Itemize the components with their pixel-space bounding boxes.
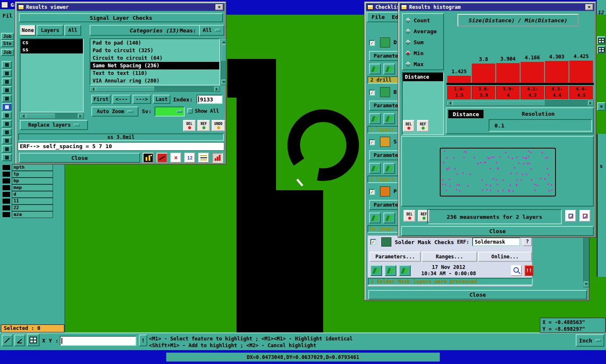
measure-item-distance[interactable]: Distance xyxy=(403,73,443,81)
soldermask-ranges-button[interactable]: Ranges... xyxy=(422,252,477,262)
stat-option-count[interactable]: Count xyxy=(404,15,443,26)
run-check-button[interactable] xyxy=(385,265,396,276)
scroll-right-button[interactable] xyxy=(214,87,220,91)
scrollbar-track[interactable] xyxy=(154,87,214,91)
layer-row[interactable]: aza xyxy=(2,211,53,218)
checklist-close-button[interactable]: Close xyxy=(368,290,587,300)
item-checkbox[interactable]: ✓ xyxy=(369,189,375,195)
results-layer-item[interactable]: ss xyxy=(21,46,83,53)
scroll-left-button[interactable] xyxy=(20,114,26,118)
select-mode-button[interactable] xyxy=(2,335,13,346)
pcb-shape[interactable] xyxy=(276,190,323,332)
chart-scrollbar[interactable] xyxy=(447,100,594,106)
index-icon-button[interactable]: 12 xyxy=(184,153,195,163)
next-button[interactable]: ---> xyxy=(133,95,151,104)
toolbar-button[interactable] xyxy=(2,128,12,136)
delete-button[interactable]: DEL xyxy=(183,120,196,131)
soldermask-parameters-button[interactable]: Parameters... xyxy=(369,252,421,262)
first-button[interactable]: First xyxy=(91,95,111,104)
scrollbar-thumb[interactable] xyxy=(96,87,154,91)
run-check-button[interactable] xyxy=(383,64,395,74)
scrollbar-thumb[interactable] xyxy=(221,44,226,61)
toolbar-button[interactable] xyxy=(2,78,12,85)
scrollbar-track[interactable] xyxy=(221,61,226,80)
scroll-right-button[interactable] xyxy=(588,101,593,106)
delete-results-button[interactable]: DEL xyxy=(404,210,415,222)
run-check-button[interactable] xyxy=(369,113,381,124)
run-check-button[interactable] xyxy=(370,265,382,276)
toolbar-button[interactable] xyxy=(2,103,12,111)
meas-dropdown[interactable]: All xyxy=(199,25,224,36)
histogram-titlebar[interactable]: Results histogram × xyxy=(400,3,594,11)
item-checkbox[interactable]: ✓ xyxy=(369,90,375,96)
toolbar-button[interactable] xyxy=(2,112,12,119)
measure-mode-button[interactable] xyxy=(14,335,25,346)
netlist-icon-button[interactable] xyxy=(157,153,167,163)
scroll-left-button[interactable] xyxy=(90,87,96,91)
toolbar-button[interactable] xyxy=(2,86,12,94)
menu-file[interactable]: File xyxy=(372,14,385,20)
run-check-button[interactable] xyxy=(399,265,411,276)
index-input[interactable]: 9133 xyxy=(197,95,223,104)
zoom-results-button[interactable] xyxy=(511,265,522,276)
category-item[interactable]: Circuit to circuit (64) xyxy=(90,54,219,62)
help-button[interactable]: ? xyxy=(523,237,532,246)
alert-button[interactable]: !! xyxy=(524,265,534,276)
layer-row[interactable]: d xyxy=(2,191,53,198)
close-icon[interactable]: × xyxy=(215,4,223,10)
alert-button[interactable]: ! xyxy=(139,335,147,346)
scroll-down-button[interactable] xyxy=(221,80,226,85)
stat-option-average[interactable]: Average xyxy=(404,26,443,37)
categories-hscrollbar[interactable] xyxy=(90,86,220,92)
run-check-button[interactable] xyxy=(369,213,381,223)
toolbar-button[interactable] xyxy=(2,145,12,153)
erf-input[interactable]: Soldermask xyxy=(472,237,520,246)
soldermask-checkbox[interactable]: ✓ xyxy=(370,239,376,245)
scrollbar-track[interactable] xyxy=(55,114,78,118)
layer-row[interactable]: npth xyxy=(2,164,53,171)
resolution-value-box[interactable]: 0.1 xyxy=(489,119,592,132)
grid-toggle-button[interactable] xyxy=(27,334,40,346)
map-report-icon-button[interactable] xyxy=(143,153,154,163)
right-grid-button-2[interactable] xyxy=(597,45,606,54)
undo-button[interactable]: UNDO xyxy=(212,120,225,131)
stat-option-max[interactable]: Max xyxy=(404,58,443,69)
run-check-button[interactable] xyxy=(383,163,395,174)
scrollbar-thumb[interactable] xyxy=(26,114,55,118)
sidebar-button-ste[interactable]: Ste xyxy=(1,40,14,47)
layer-row[interactable]: map xyxy=(2,184,53,191)
show-all-checkbox[interactable] xyxy=(187,108,193,114)
scroll-left-button[interactable] xyxy=(447,101,452,106)
sidebar-button-job[interactable]: Job xyxy=(1,33,14,40)
prev-button[interactable]: <--- xyxy=(112,95,131,104)
run-check-button[interactable] xyxy=(383,113,395,124)
severity-color-dropdown[interactable] xyxy=(154,106,185,117)
zoom-selected-button[interactable] xyxy=(565,210,576,222)
scroll-up-button[interactable] xyxy=(221,39,226,44)
close-icon[interactable]: × xyxy=(585,4,593,10)
results-layer-list[interactable]: csss xyxy=(20,38,84,112)
scroll-down-button[interactable] xyxy=(584,282,589,287)
toolbar-button[interactable] xyxy=(2,137,12,144)
sidebar-button-job[interactable]: Job xyxy=(1,49,14,56)
file-menu-fragment[interactable]: Fil xyxy=(3,13,12,19)
toolbar-button[interactable] xyxy=(2,154,12,161)
measurement-scatter-plot[interactable] xyxy=(440,148,556,197)
item-checkbox[interactable]: ✓ xyxy=(369,40,375,46)
reference-measure-button[interactable]: REF xyxy=(417,120,429,132)
run-check-button[interactable] xyxy=(383,213,395,223)
scroll-right-button[interactable] xyxy=(78,114,83,118)
toolbar-button[interactable] xyxy=(2,61,12,69)
delete-measure-button[interactable]: DEL xyxy=(403,120,415,132)
stat-option-sum[interactable]: Sum xyxy=(404,37,443,48)
toolbar-button[interactable] xyxy=(2,120,12,128)
results-layer-item[interactable]: cs xyxy=(21,39,83,46)
toolbar-button[interactable] xyxy=(2,95,12,102)
zoom-all-button[interactable] xyxy=(579,210,590,222)
right-grid-button-1[interactable] xyxy=(597,36,606,45)
delete-results-icon-button[interactable]: × xyxy=(170,153,181,163)
category-item[interactable]: Text to text (110) xyxy=(90,69,219,77)
histogram-icon-button[interactable] xyxy=(212,153,223,163)
scrollbar-thumb[interactable] xyxy=(452,101,545,106)
category-item[interactable]: Pad to pad (140) xyxy=(90,39,219,47)
